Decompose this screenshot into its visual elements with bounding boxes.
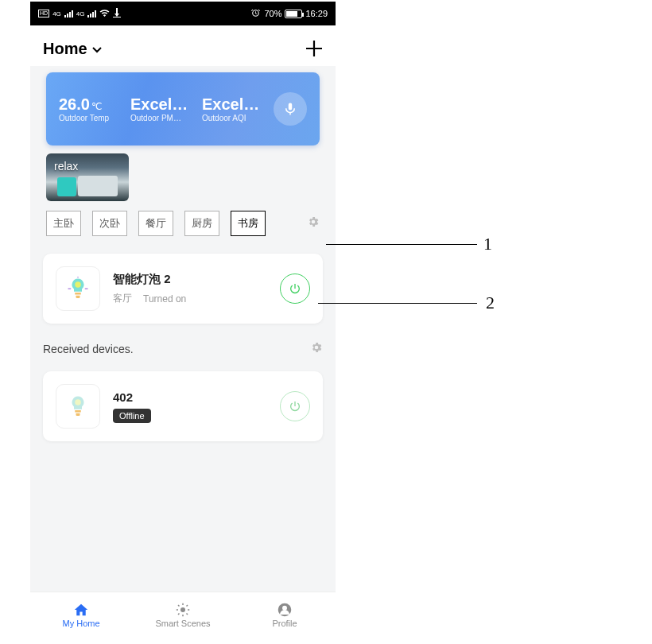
signal-bars-2	[87, 10, 96, 17]
home-switcher[interactable]: Home	[43, 40, 102, 58]
profile-icon	[277, 603, 292, 617]
header-title: Home	[43, 40, 87, 58]
room-tab-2[interactable]: 餐厅	[138, 211, 173, 236]
power-icon	[289, 400, 301, 413]
statusbar: HD 4G 4G 70% 16:29	[30, 2, 336, 25]
offline-badge: Offline	[113, 409, 151, 423]
nav-label: Profile	[272, 619, 297, 628]
device-status: Turned on	[143, 293, 186, 305]
callout-label-2: 2	[486, 293, 495, 313]
nav-label: My Home	[62, 619, 99, 628]
device-icon	[56, 266, 100, 311]
net1-4g-badge: 4G	[52, 10, 61, 17]
device-power-button[interactable]	[280, 391, 310, 421]
power-icon	[289, 282, 301, 295]
device-power-button[interactable]	[280, 274, 310, 304]
nav-smart-scenes[interactable]: Smart Scenes	[132, 592, 234, 638]
scene-relax[interactable]: relax	[46, 153, 129, 201]
device-list: 智能灯泡 2 客厅 Turned on Received devices. 40…	[30, 254, 336, 441]
device-name: 402	[113, 390, 267, 404]
signal-bars-1	[64, 10, 73, 17]
bulb-icon	[66, 277, 90, 301]
svg-point-1	[75, 399, 81, 405]
scene-label: relax	[54, 160, 78, 173]
scenes-row: relax	[30, 153, 336, 201]
svg-point-4	[282, 605, 287, 610]
callout-line-1	[326, 244, 477, 245]
nav-profile[interactable]: Profile	[234, 592, 336, 638]
gear-icon	[310, 341, 323, 354]
weather-card[interactable]: 26.0℃ Outdoor Temp Excell… Outdoor PM… E…	[46, 72, 320, 145]
callout-line-2	[318, 303, 477, 304]
room-tab-1[interactable]: 次卧	[92, 211, 127, 236]
rooms-settings-button[interactable]	[307, 215, 320, 231]
bulb-icon	[66, 394, 90, 418]
svg-point-0	[75, 281, 81, 288]
svg-point-2	[180, 607, 185, 612]
device-card[interactable]: 智能灯泡 2 客厅 Turned on	[43, 254, 323, 324]
outdoor-temp-metric: 26.0℃ Outdoor Temp	[59, 95, 119, 122]
voice-button[interactable]	[274, 92, 307, 126]
nav-my-home[interactable]: My Home	[30, 592, 132, 638]
outdoor-pm-metric: Excell… Outdoor PM…	[130, 95, 191, 122]
outdoor-aqi-metric: Excell… Outdoor AQI	[202, 95, 262, 122]
hd-badge: HD	[38, 10, 49, 17]
room-tab-0[interactable]: 主卧	[46, 211, 81, 236]
received-devices-title: Received devices.	[43, 343, 134, 355]
room-tab-3[interactable]: 厨房	[184, 211, 219, 236]
chevron-down-icon	[92, 43, 102, 56]
device-meta: 402 Offline	[113, 390, 267, 423]
add-button[interactable]	[305, 40, 323, 58]
received-devices-header: Received devices.	[43, 324, 323, 360]
room-tab-4[interactable]: 书房	[231, 211, 266, 236]
battery-pct: 70%	[264, 9, 281, 18]
battery-icon	[285, 10, 302, 18]
mic-icon	[283, 102, 297, 116]
scenes-icon	[176, 603, 190, 617]
clock-text: 16:29	[305, 9, 328, 18]
received-device-card[interactable]: 402 Offline	[43, 371, 323, 441]
device-room: 客厅	[113, 292, 132, 305]
wifi-icon	[99, 8, 110, 19]
device-meta: 智能灯泡 2 客厅 Turned on	[113, 272, 267, 305]
net2-4g-badge: 4G	[76, 10, 85, 17]
header: Home	[30, 25, 336, 66]
home-icon	[73, 603, 89, 617]
device-name: 智能灯泡 2	[113, 272, 267, 287]
nav-label: Smart Scenes	[155, 619, 210, 628]
callout-label-1: 1	[483, 234, 492, 254]
device-icon	[56, 384, 100, 429]
app-frame: HD 4G 4G 70% 16:29 Home	[30, 2, 336, 638]
room-tabs: 主卧 次卧 餐厅 厨房 书房	[30, 201, 336, 242]
alarm-icon	[250, 8, 261, 20]
received-settings-button[interactable]	[310, 341, 323, 357]
download-icon	[113, 8, 121, 19]
bottom-nav: My Home Smart Scenes Profile	[30, 592, 336, 638]
gear-icon	[307, 215, 320, 228]
